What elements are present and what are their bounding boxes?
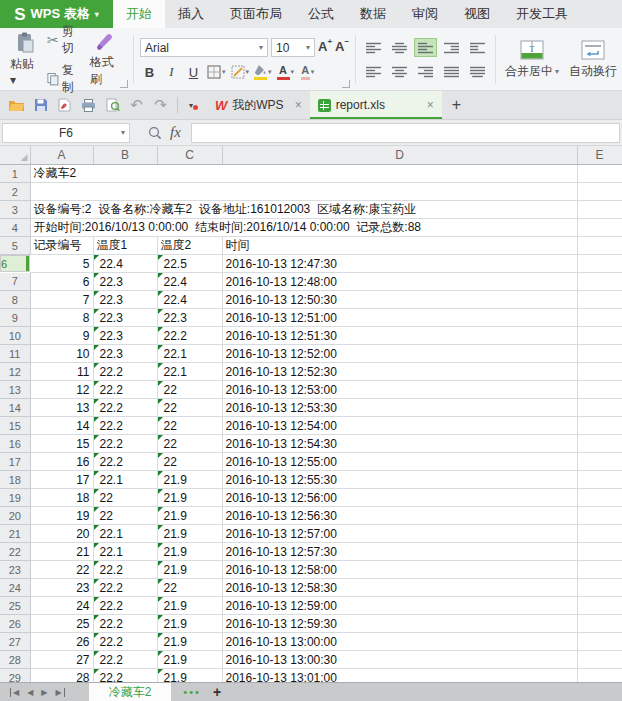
draw-border-button[interactable]: ▾ — [230, 63, 251, 82]
cell[interactable] — [577, 381, 622, 399]
cell[interactable]: 10 — [30, 345, 93, 363]
cell[interactable] — [577, 165, 622, 183]
cell[interactable]: 21.9 — [157, 651, 222, 669]
cell[interactable]: 24 — [30, 597, 93, 615]
increase-indent-button[interactable] — [466, 38, 489, 57]
next-sheet-button[interactable]: ▶ — [41, 688, 47, 697]
cell[interactable]: 14 — [30, 417, 93, 435]
cell[interactable]: 2016-10-13 12:51:00 — [222, 309, 577, 327]
document-tab-active[interactable]: report.xls× — [310, 91, 442, 119]
cell[interactable]: 2016-10-13 13:01:00 — [222, 669, 577, 683]
row-header-10[interactable]: 10 — [0, 327, 30, 345]
cell[interactable]: 22.2 — [93, 615, 157, 633]
cell[interactable]: 21.9 — [157, 525, 222, 543]
copy-button[interactable]: 复制 — [45, 62, 86, 96]
cell[interactable]: 8 — [30, 309, 93, 327]
cell[interactable] — [577, 183, 622, 201]
cell[interactable]: 2016-10-13 12:57:30 — [222, 543, 577, 561]
align-top-button[interactable] — [362, 38, 385, 57]
cell[interactable] — [577, 237, 622, 255]
cell[interactable]: 22 — [93, 489, 157, 507]
cell[interactable]: 2016-10-13 13:00:00 — [222, 633, 577, 651]
cell[interactable]: 22.3 — [93, 309, 157, 327]
cell[interactable] — [577, 651, 622, 669]
cell[interactable]: 2016-10-13 12:54:30 — [222, 435, 577, 453]
cell[interactable]: 21.9 — [157, 597, 222, 615]
cell[interactable]: 7 — [30, 291, 93, 309]
cell[interactable]: 2016-10-13 12:53:00 — [222, 381, 577, 399]
italic-button[interactable]: I — [162, 63, 181, 82]
fill-color-button[interactable]: ▾ — [253, 63, 273, 82]
cell[interactable]: 22.2 — [93, 363, 157, 381]
print-preview-button[interactable] — [101, 94, 124, 116]
sheet-list-button[interactable]: ••• — [183, 683, 201, 701]
cell[interactable]: 2016-10-13 12:59:30 — [222, 615, 577, 633]
cell[interactable]: 16 — [30, 453, 93, 471]
paste-button[interactable]: 粘贴 ▾ — [6, 31, 45, 88]
cell[interactable]: 6 — [30, 273, 93, 291]
cell[interactable]: 9 — [30, 327, 93, 345]
cell[interactable]: 21.9 — [157, 561, 222, 579]
cell[interactable]: 22.2 — [93, 561, 157, 579]
undo-button[interactable]: ↶ — [125, 94, 148, 116]
font-size-select[interactable]: 10 ▾ — [271, 38, 315, 57]
row-header-23[interactable]: 23 — [0, 561, 30, 579]
cell[interactable] — [577, 273, 622, 291]
cell[interactable] — [577, 309, 622, 327]
menu-tab-insert[interactable]: 插入 — [165, 0, 217, 28]
save-button[interactable] — [29, 94, 52, 116]
cell[interactable] — [577, 525, 622, 543]
menu-tab-home[interactable]: 开始 — [113, 0, 165, 28]
cell[interactable]: 26 — [30, 633, 93, 651]
cell[interactable]: 23 — [30, 579, 93, 597]
cell[interactable]: 27 — [30, 651, 93, 669]
cell[interactable]: 2016-10-13 12:57:00 — [222, 525, 577, 543]
cell[interactable]: 22 — [157, 453, 222, 471]
cell[interactable]: 22.2 — [93, 381, 157, 399]
row-header-1[interactable]: 1 — [0, 165, 30, 183]
name-box[interactable]: F6 ▾ — [2, 123, 130, 143]
cell[interactable]: 18 — [30, 489, 93, 507]
cell[interactable]: 22 — [157, 381, 222, 399]
cell[interactable]: 22.2 — [93, 597, 157, 615]
cell[interactable] — [577, 363, 622, 381]
cell[interactable]: 21.9 — [157, 471, 222, 489]
increase-font-button[interactable]: A+ — [318, 38, 332, 58]
cell[interactable] — [577, 219, 622, 237]
cell[interactable]: 温度2 — [157, 237, 222, 255]
cell[interactable]: 22.3 — [93, 273, 157, 291]
cell[interactable] — [577, 471, 622, 489]
cell[interactable]: 5 — [30, 255, 93, 273]
cell[interactable]: 2016-10-13 12:56:30 — [222, 507, 577, 525]
cell[interactable]: 20 — [30, 525, 93, 543]
cell[interactable]: 设备编号:2 设备名称:冷藏车2 设备地址:161012003 区域名称:康宝药… — [30, 201, 577, 219]
align-left-button[interactable] — [362, 62, 385, 81]
redo-button[interactable]: ↷ — [149, 94, 172, 116]
font-color-button[interactable]: A ▾ — [276, 63, 296, 82]
row-header-20[interactable]: 20 — [0, 507, 30, 525]
cell[interactable] — [577, 579, 622, 597]
clipboard-dialog-launcher[interactable] — [120, 80, 128, 88]
cell[interactable]: 2016-10-13 12:53:30 — [222, 399, 577, 417]
menu-tab-view[interactable]: 视图 — [451, 0, 503, 28]
menu-tab-dev-tools[interactable]: 开发工具 — [503, 0, 581, 28]
cell[interactable] — [577, 669, 622, 683]
spreadsheet-grid[interactable]: ◢ABCDE 1冷藏车223设备编号:2 设备名称:冷藏车2 设备地址:1610… — [0, 146, 622, 682]
print-button[interactable] — [77, 94, 100, 116]
cell[interactable] — [577, 633, 622, 651]
cell[interactable] — [577, 453, 622, 471]
open-file-button[interactable] — [5, 94, 28, 116]
cell[interactable] — [577, 345, 622, 363]
cell[interactable] — [577, 507, 622, 525]
cell[interactable]: 11 — [30, 363, 93, 381]
search-function-icon[interactable] — [148, 126, 162, 140]
align-center-button[interactable] — [388, 62, 411, 81]
menu-tab-formulas[interactable]: 公式 — [295, 0, 347, 28]
cell[interactable]: 19 — [30, 507, 93, 525]
cell[interactable] — [577, 255, 622, 273]
previous-sheet-button[interactable]: ◀ — [27, 688, 33, 697]
cut-button[interactable]: ✂ 剪切 — [45, 23, 86, 57]
select-all-corner[interactable]: ◢ — [0, 146, 30, 165]
cell[interactable]: 22.4 — [93, 255, 157, 273]
cell[interactable]: 2016-10-13 12:52:00 — [222, 345, 577, 363]
